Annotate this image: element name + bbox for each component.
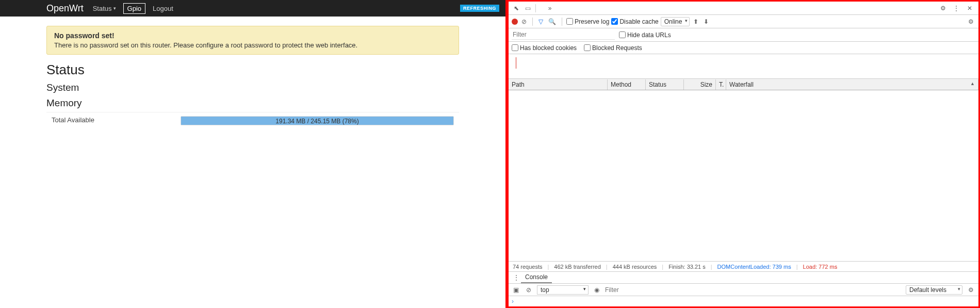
col-size[interactable]: Size [684, 79, 716, 90]
cookies-row: Has blocked cookies Blocked Requests [509, 42, 978, 54]
memory-row: Total Available 191.34 MB / 245.15 MB (7… [46, 112, 459, 129]
download-icon[interactable]: ⬇ [702, 18, 710, 25]
filter-input[interactable] [512, 30, 615, 40]
network-grid-header: Path Method Status Size T. Waterfall▲ [509, 79, 978, 90]
page-title: Status [46, 62, 459, 78]
page-body: No password set! There is no password se… [0, 17, 505, 138]
console-sidebar-icon[interactable]: ▣ [512, 286, 520, 294]
blocked-cookies-checkbox[interactable]: Has blocked cookies [512, 44, 577, 52]
col-time[interactable]: T. [716, 79, 726, 90]
timeline-load-marker [516, 57, 516, 69]
search-icon[interactable]: 🔍 [547, 18, 558, 25]
status-requests: 74 requests [513, 264, 542, 270]
drawer-menu-icon[interactable]: ⋮ [512, 274, 521, 281]
system-heading: System [46, 82, 459, 93]
devtools-panel: ⬉ ▭ » ⚙ ⋮ ✕ ⊘ ▽ 🔍 Preserve log Disable c… [505, 0, 980, 308]
status-domcontentloaded: DOMContentLoaded: 739 ms [717, 264, 791, 270]
network-grid-body [509, 90, 978, 261]
console-tab[interactable]: Console [521, 272, 552, 283]
nav-gpio[interactable]: Gpio [123, 3, 145, 14]
timeline[interactable] [509, 54, 978, 79]
status-load: Load: 772 ms [803, 264, 838, 270]
more-tabs-icon[interactable]: » [546, 5, 554, 12]
log-level-select[interactable]: Default levels [906, 285, 962, 295]
navbar: OpenWrt Status ▾ Gpio Logout REFRESHING [0, 0, 505, 17]
status-finish: Finish: 33.21 s [668, 264, 706, 270]
hide-data-urls-checkbox[interactable]: Hide data URLs [619, 31, 671, 39]
col-status[interactable]: Status [646, 79, 684, 90]
network-settings-icon[interactable]: ⚙ [967, 18, 975, 25]
devtools-main-tabs: ⬉ ▭ » ⚙ ⋮ ✕ [509, 2, 978, 15]
caret-down-icon: ▾ [113, 6, 116, 11]
alert-body: There is no password set on this router.… [54, 41, 451, 49]
console-clear-icon[interactable]: ⊘ [525, 286, 533, 294]
console-filter-input[interactable] [605, 286, 667, 294]
console-settings-icon[interactable]: ⚙ [967, 286, 975, 294]
console-prompt[interactable]: › [509, 296, 978, 306]
sort-asc-icon: ▲ [970, 81, 975, 86]
filter-bar: Hide data URLs [509, 28, 978, 42]
inspect-icon[interactable]: ⬉ [512, 5, 520, 12]
console-toolbar: ▣ ⊘ top ◉ Default levels ⚙ [509, 284, 978, 296]
memory-progress-fill: 191.34 MB / 245.15 MB (78%) [181, 117, 453, 125]
settings-gear-icon[interactable]: ⚙ [939, 5, 947, 12]
eye-icon[interactable]: ◉ [593, 286, 601, 294]
filter-toggle-icon[interactable]: ▽ [537, 18, 545, 25]
context-select[interactable]: top [537, 285, 589, 295]
network-status-bar: 74 requests| 462 kB transferred| 444 kB … [509, 261, 978, 271]
brand[interactable]: OpenWrt [46, 3, 84, 14]
col-path[interactable]: Path [509, 79, 608, 90]
memory-heading: Memory [46, 98, 459, 109]
memory-progress: 191.34 MB / 245.15 MB (78%) [181, 116, 454, 125]
col-method[interactable]: Method [608, 79, 646, 90]
throttle-select[interactable]: Online [661, 17, 690, 26]
disable-cache-checkbox[interactable]: Disable cache [611, 18, 658, 25]
record-icon[interactable] [512, 19, 518, 25]
device-toggle-icon[interactable]: ▭ [524, 5, 532, 12]
no-password-alert: No password set! There is no password se… [46, 26, 459, 55]
blocked-requests-checkbox[interactable]: Blocked Requests [584, 44, 642, 52]
nav-logout[interactable]: Logout [153, 5, 173, 12]
alert-title: No password set! [54, 31, 451, 40]
col-waterfall[interactable]: Waterfall▲ [726, 79, 978, 90]
memory-label: Total Available [52, 116, 181, 125]
status-transferred: 462 kB transferred [554, 264, 601, 270]
kebab-menu-icon[interactable]: ⋮ [952, 5, 960, 12]
clear-icon[interactable]: ⊘ [520, 18, 528, 25]
refreshing-badge: REFRESHING [460, 5, 499, 12]
luci-page: OpenWrt Status ▾ Gpio Logout REFRESHING … [0, 0, 505, 308]
network-toolbar: ⊘ ▽ 🔍 Preserve log Disable cache Online … [509, 15, 978, 28]
console-drawer-tabs: ⋮ Console [509, 271, 978, 284]
preserve-log-checkbox[interactable]: Preserve log [566, 18, 609, 25]
nav-status[interactable]: Status ▾ [93, 5, 116, 12]
close-icon[interactable]: ✕ [966, 5, 974, 12]
status-resources: 444 kB resources [613, 264, 657, 270]
upload-icon[interactable]: ⬆ [692, 18, 700, 25]
